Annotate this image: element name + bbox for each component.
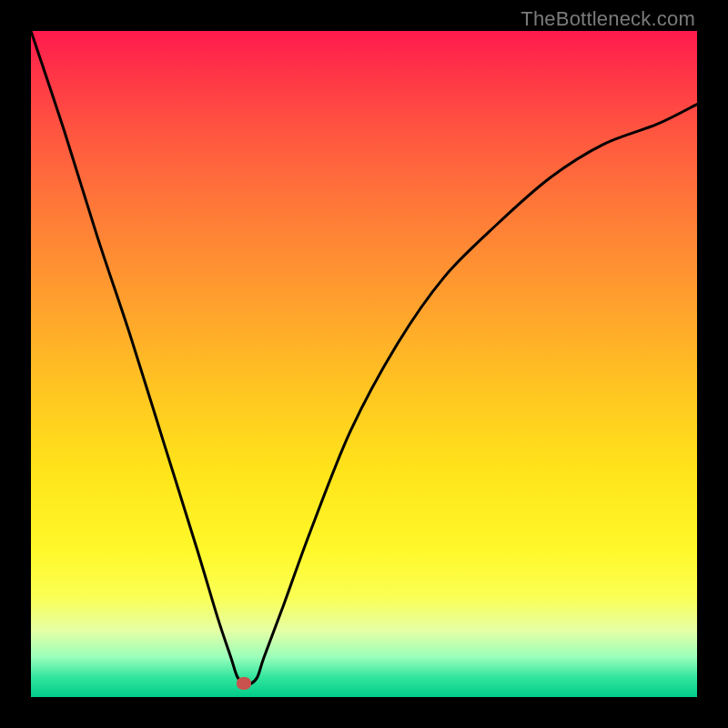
watermark-text: TheBottleneck.com — [521, 7, 695, 31]
bottleneck-curve — [31, 31, 697, 697]
minimum-point-dot — [237, 677, 251, 690]
plot-area — [31, 31, 697, 697]
chart-frame: TheBottleneck.com — [0, 0, 728, 728]
